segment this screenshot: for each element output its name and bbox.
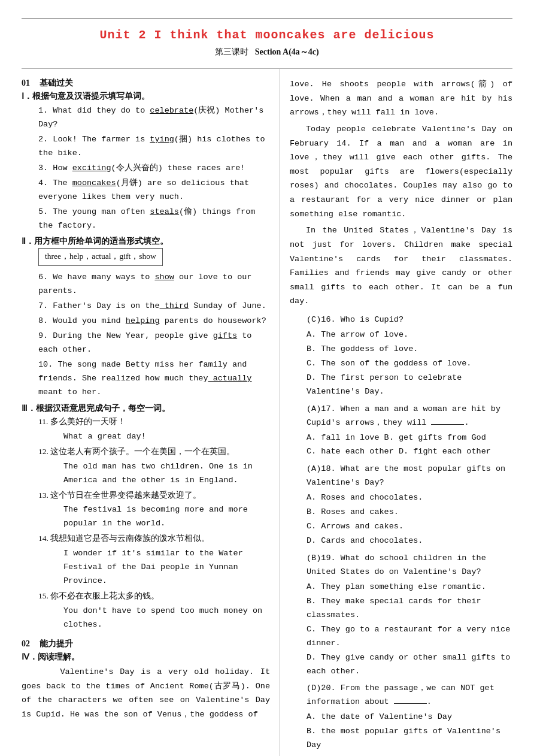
subtitle: 第三课时 Section A(4a～4c) xyxy=(22,47,512,58)
q16-b: B. The goddess of love. xyxy=(290,343,512,356)
q19-label: (B)19. What do school children in the Un… xyxy=(290,552,512,579)
q20-b: B. the most popular gifts of Valentine's… xyxy=(290,725,512,752)
passage-p1-right: love. He shoots people with arrows(箭) of… xyxy=(290,77,512,120)
section02-num: 02 xyxy=(22,639,30,649)
q19-c: C. They go to a restaurant for a very ni… xyxy=(290,623,512,651)
q19-b: B. They make special cards for their cla… xyxy=(290,595,512,622)
roman3: Ⅲ．根据汉语意思完成句子，每空一词。 xyxy=(22,403,270,414)
q11-en: What a great day! xyxy=(22,430,270,444)
word-steals: steals xyxy=(150,207,179,216)
subtitle-prefix: 第三课时 xyxy=(215,47,248,56)
word-gifts: gifts xyxy=(213,331,238,340)
roman4: Ⅳ．阅读理解。 xyxy=(22,652,270,663)
q15-zh: 15. 你不必在衣服上花太多的钱。 xyxy=(22,589,270,603)
word-mooncakes: mooncakes xyxy=(72,179,116,188)
word-celebrate: celebrate xyxy=(150,106,193,115)
word-actually: actually xyxy=(208,374,252,383)
section01-label: 基础过关 xyxy=(40,78,73,89)
q17-blank xyxy=(431,424,464,425)
section02-label: 能力提升 xyxy=(40,639,73,649)
roman1: Ⅰ．根据句意及汉语提示填写单词。 xyxy=(22,91,270,102)
passage-p3: In the United States，Valentine's Day is … xyxy=(290,223,512,309)
q12-zh: 12. 这位老人有两个孩子。一个在美国，一个在英国。 xyxy=(22,445,270,459)
section01-num: 01 xyxy=(22,78,30,88)
word-helping: helping xyxy=(126,316,160,325)
q18-label: (A)18. What are the most popular gifts o… xyxy=(290,462,512,490)
q13-zh: 13. 这个节日在全世界变得越来越受欢迎了。 xyxy=(22,489,270,503)
q18-d: D. Cards and chocolates. xyxy=(290,534,512,548)
q19-a: A. They plan something else romantic. xyxy=(290,580,512,594)
word-third: third xyxy=(160,301,189,310)
q11-zh: 11. 多么美好的一天呀！ xyxy=(22,415,270,429)
box-words: three，help，actual，gift，show xyxy=(38,248,163,266)
word-show: show xyxy=(154,273,174,282)
q19-d: D. They give candy or other small gifts … xyxy=(290,651,512,679)
q16-a: A. The arrow of love. xyxy=(290,328,512,342)
q20-a: A. the date of Valentine's Day xyxy=(290,710,512,724)
q3: 3. How exciting(令人兴奋的) these races are! xyxy=(22,162,270,176)
q15-en: You don't have to spend too much money o… xyxy=(22,604,270,632)
q5: 5. The young man often steals(偷) things … xyxy=(22,205,270,233)
q20-blank xyxy=(394,703,427,704)
q1: 1. What did they do to celebrate(庆祝) Mot… xyxy=(22,104,270,132)
q17-ab: A. fall in love B. get gifts from God xyxy=(290,431,512,445)
q20-label: (D)20. From the passage，we can NOT get i… xyxy=(290,682,512,709)
word-tying: tying xyxy=(150,135,174,144)
q10: 10. The song made Betty miss her family … xyxy=(22,358,270,400)
q4: 4. The mooncakes(月饼) are so delicious th… xyxy=(22,177,270,204)
q18-a: A. Roses and chocolates. xyxy=(290,491,512,505)
right-column: love. He shoots people with arrows(箭) of… xyxy=(280,69,512,756)
word-exciting: exciting xyxy=(72,164,111,173)
q14-zh: 14. 我想知道它是否与云南傣族的泼水节相似。 xyxy=(22,532,270,546)
q16-c: C. The son of the goddess of love. xyxy=(290,357,512,371)
q18-b: B. Roses and cakes. xyxy=(290,506,512,519)
q13-en: The festival is becoming more and more p… xyxy=(22,503,270,531)
q6: 6. We have many ways to show our love to… xyxy=(22,271,270,298)
subtitle-section: Section A(4a～4c) xyxy=(255,47,319,56)
q2: 2. Look! The farmer is tying(捆) his clot… xyxy=(22,133,270,161)
q9: 9. During the New Year, people give gift… xyxy=(22,329,270,357)
q20-c: C. the story of Valentine's Day xyxy=(290,753,512,756)
left-column: 01 基础过关 Ⅰ．根据句意及汉语提示填写单词。 1. What did the… xyxy=(22,69,280,756)
q18-c: C. Arrows and cakes. xyxy=(290,520,512,534)
passage-p2: Today people celebrate Valentine's Day o… xyxy=(290,122,512,221)
q16-d: D. The first person to celebrate Valenti… xyxy=(290,371,512,399)
roman2: Ⅱ．用方框中所给单词的适当形式填空。 xyxy=(22,236,270,247)
q14-en: I wonder if it's similar to the Water Fe… xyxy=(22,547,270,588)
page-title: Unit 2 I think that mooncakes are delici… xyxy=(22,28,512,42)
q8: 8. Would you mind helping parents do hou… xyxy=(22,315,270,328)
q17-label: (A)17. When a man and a woman are hit by… xyxy=(290,403,512,430)
passage-p1-left: Valentine's Day is a very old holiday. I… xyxy=(22,665,270,722)
q12-en: The old man has two children. One is in … xyxy=(22,460,270,488)
q7: 7. Father's Day is on the third Sunday o… xyxy=(22,300,270,313)
q16-label: (C)16. Who is Cupid? xyxy=(290,313,512,327)
q17-cd: C. hate each other D. fight each other xyxy=(290,445,512,459)
